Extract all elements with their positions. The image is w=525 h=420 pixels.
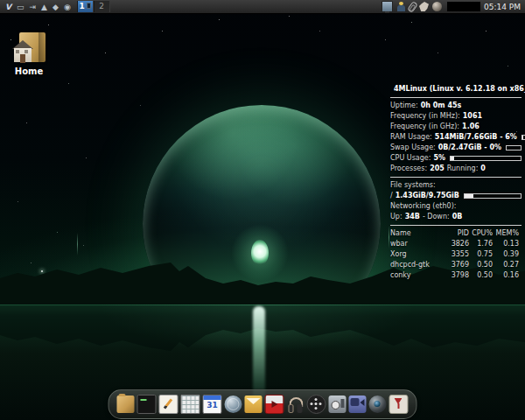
- conky-value: 205: [430, 164, 444, 174]
- process-cell: 3826: [441, 239, 469, 249]
- webcam-icon[interactable]: [369, 396, 387, 413]
- process-cell: 0.75: [469, 249, 493, 260]
- conky-label: Up:: [390, 212, 402, 222]
- conky-title: 4MLinux (Linux v. 6.12.18 on x86_64): [394, 84, 522, 94]
- conky-line: Up:34B- Down:0B: [390, 212, 522, 222]
- terminal-icon[interactable]: [137, 395, 157, 414]
- conky-bar: [450, 156, 522, 161]
- conky-label: /: [390, 191, 393, 201]
- email-icon[interactable]: [245, 396, 262, 413]
- conky-value: 34B: [405, 212, 420, 222]
- process-cell: 0.16: [493, 270, 519, 281]
- panel-tray: 05:14 PM: [380, 1, 525, 12]
- conky-bar: [522, 135, 525, 140]
- workspace-switcher: 12: [77, 1, 110, 12]
- tray-window-box: [447, 2, 480, 11]
- process-cell: 3769: [441, 260, 469, 270]
- conky-line: Processes:205Running:0: [390, 164, 522, 174]
- dock: 31: [108, 389, 417, 419]
- calendar-icon[interactable]: 31: [203, 395, 222, 414]
- conky-value: 5%: [433, 153, 445, 164]
- connector-icon[interactable]: ⇥: [29, 1, 36, 13]
- file-manager-icon[interactable]: [117, 396, 135, 413]
- home-folder-icon: [10, 32, 47, 65]
- youtube-icon[interactable]: [265, 395, 284, 414]
- process-cell: 0.50: [469, 260, 493, 270]
- user-session-icon[interactable]: [396, 2, 406, 11]
- conky-value: 1.06: [462, 122, 480, 132]
- clock[interactable]: 05:14 PM: [484, 3, 521, 11]
- process-table-row: Xorg33550.750.39: [390, 249, 522, 260]
- conky-line: File systems:: [390, 180, 522, 191]
- media-projector-icon[interactable]: [329, 396, 346, 413]
- network-computer-icon[interactable]: [382, 1, 393, 12]
- conky-value: 1061: [463, 111, 482, 122]
- conky-bar: [464, 193, 522, 199]
- conky-label: RAM Usage:: [390, 132, 432, 143]
- workspace-2-button[interactable]: 2: [94, 1, 110, 12]
- process-cell: 1.76: [469, 239, 493, 249]
- conky-label: Frequency (in GHz):: [390, 122, 459, 132]
- movie-player-icon[interactable]: [307, 395, 326, 414]
- process-cell: Xorg: [390, 249, 441, 260]
- conky-value: 514MiB/7.66GiB - 6%: [435, 132, 517, 143]
- top-panel: V▭⇥▲◆◉ 12 05:14 PM: [0, 0, 525, 14]
- video-camera-icon[interactable]: [349, 396, 367, 413]
- process-cell: 0.50: [469, 270, 493, 281]
- process-cell: 3355: [441, 249, 469, 260]
- conky-label: Processes:: [390, 164, 427, 174]
- pointer-hand-icon[interactable]: [419, 2, 429, 11]
- conky-line: RAM Usage:514MiB/7.66GiB - 6%: [390, 132, 522, 143]
- conky-value: 0B: [452, 212, 463, 222]
- conky-bar-fill: [451, 157, 454, 160]
- conky-label: - Down:: [423, 212, 450, 222]
- jwm-menu-logo-icon[interactable]: V: [5, 1, 11, 13]
- conky-value: 0h 0m 45s: [421, 101, 462, 111]
- process-table-row: dhcpcd-gtk37690.500.27: [390, 260, 522, 270]
- conky-body: Uptime:0h 0m 45sFrequency (in MHz):1061F…: [390, 97, 522, 281]
- conky-label: CPU Usage:: [390, 153, 430, 164]
- conky-line: Frequency (in GHz):1.06: [390, 122, 522, 132]
- process-table-row: wbar38261.760.13: [390, 239, 522, 249]
- conky-line: CPU Usage:5%: [390, 153, 522, 164]
- home-icon-label: Home: [5, 66, 52, 76]
- conky-line: Uptime:0h 0m 45s: [390, 101, 522, 111]
- spreadsheet-icon[interactable]: [181, 395, 200, 414]
- text-editor-icon[interactable]: [159, 395, 178, 414]
- spray-tool-icon[interactable]: ◆: [52, 1, 59, 13]
- panel-left-icons: V▭⇥▲◆◉: [0, 1, 74, 13]
- conky-bar: [506, 145, 522, 150]
- conky-label: File systems:: [390, 180, 436, 191]
- conky-label: Uptime:: [390, 101, 418, 111]
- process-cell: 3798: [441, 270, 469, 281]
- shell-icon[interactable]: [432, 2, 442, 11]
- process-col-header: MEM%: [493, 228, 519, 239]
- process-col-header: PID: [441, 228, 469, 239]
- show-desktop-icon[interactable]: ▭: [17, 1, 24, 13]
- conky-value: 0B/2.47GiB - 0%: [438, 143, 501, 153]
- audio-player-icon[interactable]: [287, 396, 304, 413]
- conky-bar-fill: [522, 136, 523, 139]
- conky-bar-fill: [465, 194, 473, 198]
- process-col-header: Name: [390, 228, 441, 239]
- process-cell: 0.13: [493, 239, 519, 249]
- wine-icon[interactable]: [389, 395, 409, 414]
- workspace-1-button[interactable]: 1: [77, 1, 94, 12]
- calendar-icon-label: 31: [204, 401, 221, 410]
- desktop-icon-home[interactable]: Home: [5, 32, 52, 76]
- conky-separator: [390, 177, 522, 178]
- conky-separator: [390, 225, 522, 226]
- process-cell: wbar: [390, 239, 441, 249]
- process-cell: 0.27: [493, 260, 519, 270]
- tray-icons: [380, 1, 444, 12]
- conky-value: 1.43GiB/9.75GiB: [396, 191, 459, 201]
- web-browser-icon[interactable]: [225, 396, 242, 413]
- paperclip-icon[interactable]: [407, 1, 418, 13]
- process-col-header: CPU%: [469, 228, 493, 239]
- conky-label: Running:: [447, 164, 478, 174]
- conky-line: Networking (eth0):: [390, 201, 522, 212]
- conky-line: Swap Usage:0B/2.47GiB - 0%: [390, 143, 522, 153]
- volume-knob-icon[interactable]: ◉: [64, 1, 71, 13]
- conky-line: Frequency (in MHz):1061: [390, 111, 522, 122]
- eject-icon[interactable]: ▲: [41, 1, 47, 13]
